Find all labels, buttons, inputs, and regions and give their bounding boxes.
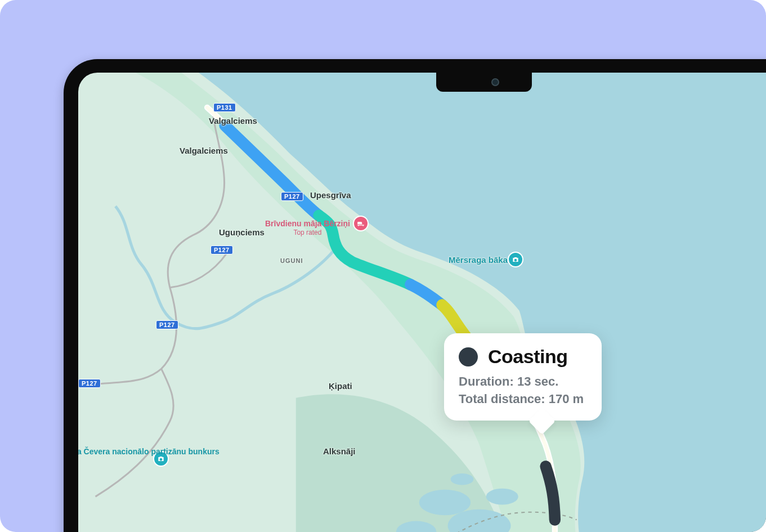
poi-brivdienu-title: Brīvdienu māja Bērziņi <box>265 219 350 228</box>
bed-icon <box>357 220 365 227</box>
svg-point-0 <box>419 490 471 515</box>
camera-icon <box>157 455 165 463</box>
tooltip-duration-line: Duration: 13 sec. <box>459 373 584 391</box>
tooltip-distance-line: Total distance: 170 m <box>459 391 584 408</box>
tooltip-duration-label: Duration: <box>459 374 514 388</box>
label-valgalciems-2: Valgalciems <box>180 146 228 155</box>
map-canvas[interactable] <box>78 73 766 532</box>
road-shield-p127-c: P127 <box>156 320 178 329</box>
tooltip-title: Coasting <box>488 346 567 368</box>
road-shield-p127-b: P127 <box>210 245 233 254</box>
poi-bunker-label: tera Čevera nacionālo partizānu bunkurs <box>78 447 151 457</box>
tooltip-distance-value: 170 m <box>549 392 584 406</box>
poi-brivdienu[interactable]: Brīvdienu māja Bērziņi Top rated <box>265 219 350 236</box>
poi-mersraga-marker[interactable] <box>509 253 522 266</box>
label-valgalciems-1: Valgalciems <box>209 116 257 126</box>
svg-point-3 <box>486 489 518 505</box>
promo-frame: P131 P127 P127 P127 P127 Valgalciems Val… <box>0 0 766 532</box>
label-alksnaji: Alksnāji <box>323 446 356 456</box>
poi-brivdienu-sub: Top rated <box>265 229 350 236</box>
label-kipati: Ķipati <box>329 381 352 391</box>
laptop-bezel: P131 P127 P127 P127 P127 Valgalciems Val… <box>64 59 766 532</box>
label-ugunciems: Uguņciems <box>219 227 265 237</box>
poi-brivdienu-marker[interactable] <box>354 217 368 230</box>
label-upesgriva: Upesgrīva <box>310 190 351 200</box>
tooltip-duration-value: 13 sec. <box>517 374 558 388</box>
map-viewport[interactable]: P131 P127 P127 P127 P127 Valgalciems Val… <box>78 73 766 532</box>
regional-roads <box>78 113 227 497</box>
svg-point-4 <box>451 473 474 485</box>
road-shield-p127-d: P127 <box>78 379 101 388</box>
laptop-notch <box>436 73 532 92</box>
tooltip-distance-label: Total distance: <box>459 392 545 406</box>
road-shield-p131: P131 <box>213 103 236 112</box>
route-tooltip: Coasting Duration: 13 sec. Total distanc… <box>444 333 602 421</box>
tooltip-status-dot <box>459 347 478 366</box>
road-shield-p127-a: P127 <box>281 192 303 201</box>
label-uguni: UGUNI <box>280 257 303 264</box>
camera-icon <box>512 256 519 263</box>
label-mersraga: Mērsraga bāka <box>449 255 508 265</box>
camera-icon <box>491 78 499 86</box>
